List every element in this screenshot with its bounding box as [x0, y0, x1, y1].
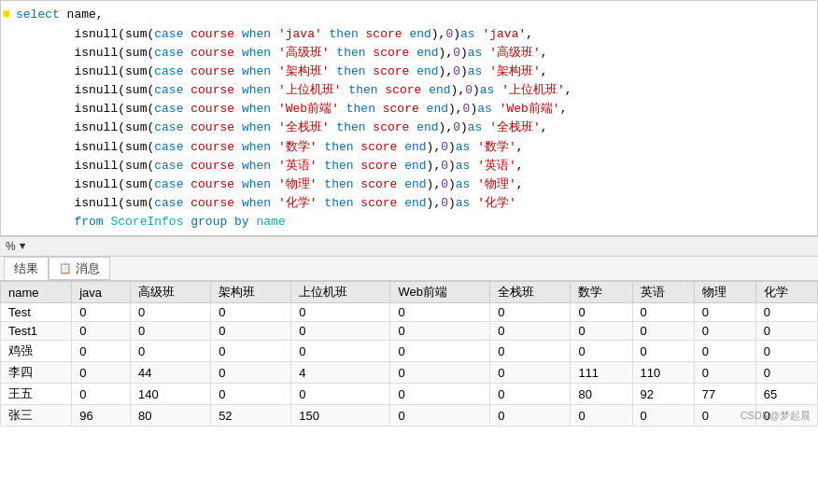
code-token: case [154, 196, 183, 210]
code-token: end [416, 46, 438, 60]
code-token: score [366, 46, 417, 60]
table-cell: 鸡强 [1, 341, 72, 362]
code-token: ), [431, 27, 446, 41]
table-cell: 0 [72, 303, 131, 322]
table-cell: 0 [131, 303, 211, 322]
table-cell: 52 [211, 405, 291, 427]
table-cell: 0 [390, 322, 490, 341]
code-token: as [477, 102, 492, 116]
code-token: case [154, 177, 183, 191]
line-content: isnull(sum(case course when '架构班' then s… [16, 63, 813, 81]
code-token: score [375, 102, 427, 116]
code-token: end [404, 159, 426, 173]
code-token: ) [460, 120, 468, 134]
table-cell: 0 [755, 341, 817, 362]
table-cell: 4 [291, 362, 390, 384]
code-token: when [242, 159, 271, 173]
table-cell: 0 [211, 384, 291, 405]
code-token: isnull [16, 83, 118, 97]
code-token: ) [460, 46, 468, 60]
code-token [271, 83, 278, 97]
code-token: ) [448, 177, 456, 191]
code-token: as [468, 120, 483, 134]
table-header: 数学 [571, 282, 632, 303]
table-row: 李四044040011111000 [1, 362, 818, 384]
table-cell: 0 [490, 384, 571, 405]
code-token: score [366, 64, 417, 78]
code-token: 0 [441, 177, 448, 191]
results-table-wrapper[interactable]: namejava高级班架构班上位机班Web前端全栈班数学英语物理化学Test00… [0, 281, 818, 427]
code-token: '数学' [477, 140, 516, 154]
code-token: when [242, 140, 271, 154]
code-token: , [526, 27, 533, 41]
code-token: case [154, 27, 183, 41]
table-cell: 0 [694, 341, 755, 362]
table-header: Web前端 [390, 282, 490, 303]
code-token: , [541, 120, 548, 134]
code-token: name, [60, 7, 104, 21]
table-cell: 0 [755, 362, 817, 384]
code-token: group by [190, 215, 248, 229]
table-cell: 44 [131, 362, 211, 384]
code-token: 0 [453, 46, 460, 60]
code-token: end [416, 64, 438, 78]
table-cell: 0 [72, 362, 131, 384]
table-cell: 0 [291, 322, 390, 341]
code-line: isnull(sum(case course when 'java' then … [1, 25, 817, 44]
code-token: end [404, 177, 426, 191]
code-token: when [242, 83, 271, 97]
table-header: java [72, 282, 131, 303]
table-cell: 0 [390, 405, 490, 427]
code-token: score [354, 177, 405, 191]
code-token: isnull [16, 64, 118, 78]
code-token [271, 120, 278, 134]
code-token: course [183, 83, 241, 97]
code-token [492, 102, 500, 116]
code-token: ) [448, 140, 456, 154]
code-line: isnull(sum(case course when 'Web前端' then… [1, 100, 817, 119]
table-header: name [1, 282, 72, 303]
code-line: isnull(sum(case course when '化学' then sc… [1, 194, 817, 213]
code-token: 'Web前端' [500, 102, 560, 116]
table-cell: 李四 [1, 362, 72, 384]
code-token: end [416, 120, 438, 134]
table-cell: 0 [632, 341, 694, 362]
code-token: , [541, 46, 548, 60]
code-token: '全栈班' [278, 120, 330, 134]
code-token: score [354, 196, 405, 210]
table-cell: 0 [490, 322, 571, 341]
watermark: CSDN@梦起晨 [740, 409, 811, 423]
code-token: ( [118, 196, 125, 210]
code-token: end [404, 196, 426, 210]
code-token: ), [427, 159, 442, 173]
line-content: isnull(sum(case course when '上位机班' then … [16, 81, 813, 100]
table-cell: 0 [211, 303, 291, 322]
code-token [271, 46, 278, 60]
code-token: ( [118, 140, 125, 154]
table-cell: 111 [571, 362, 632, 384]
table-cell: 0 [755, 322, 817, 341]
table-cell: 0 [755, 303, 817, 322]
code-token: sum [125, 140, 147, 154]
code-token: as [468, 64, 483, 78]
code-token: '物理' [477, 177, 516, 191]
line-gutter: ■ [1, 5, 16, 25]
line-content: isnull(sum(case course when '化学' then sc… [16, 194, 813, 213]
code-token: isnull [16, 27, 118, 41]
table-cell: 77 [694, 384, 755, 405]
table-cell: 0 [632, 405, 694, 427]
code-token: , [565, 83, 572, 97]
code-token: ( [118, 46, 125, 60]
tab-消息[interactable]: 📋消息 [49, 257, 110, 280]
tab-icon: 📋 [59, 262, 72, 274]
code-token: course [183, 102, 241, 116]
dropdown-arrow[interactable]: ▼ [20, 241, 26, 252]
code-token: 'Web前端' [278, 102, 339, 116]
table-cell: 张三 [1, 405, 72, 427]
code-line: ■select name, [1, 5, 817, 25]
code-token: score [354, 159, 405, 173]
tab-结果[interactable]: 结果 [4, 257, 49, 280]
line-content: select name, [16, 6, 813, 24]
code-token: 0 [453, 64, 460, 78]
table-cell: 0 [632, 303, 694, 322]
